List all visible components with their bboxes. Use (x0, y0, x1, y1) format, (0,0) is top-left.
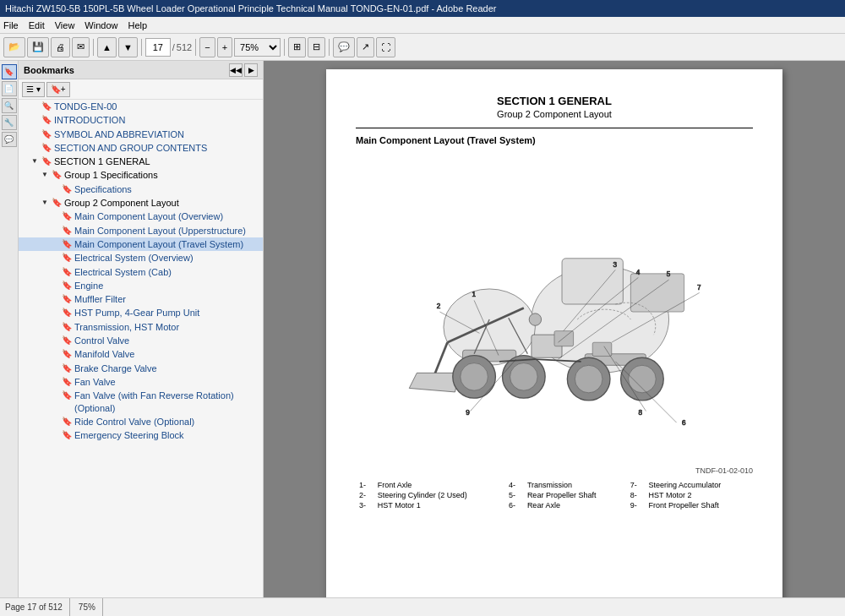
zoom-out-button[interactable]: − (199, 37, 215, 57)
open-button[interactable]: 📂 (3, 37, 25, 57)
prev-page-button[interactable]: ▲ (97, 37, 117, 57)
pages-panel-button[interactable]: 📄 (2, 81, 17, 96)
tree-item-control-valve[interactable]: 🔖 Control Valve (19, 334, 263, 347)
tree-item-section1[interactable]: ▼ 🔖 SECTION 1 GENERAL (19, 155, 263, 168)
tree-item-brake-charge[interactable]: 🔖 Brake Charge Valve (19, 362, 263, 375)
tree-item-transmission[interactable]: 🔖 Transmission, HST Motor (19, 320, 263, 334)
zoom-in-button[interactable]: + (217, 37, 232, 57)
page-number-input[interactable]: 17 (145, 38, 171, 57)
svg-text:5: 5 (667, 270, 671, 278)
status-page-info: Page 17 of 512 (5, 598, 70, 616)
legend-row-2: 2- Steering Cylinder (2 Used) 5- Rear Pr… (356, 490, 753, 500)
menu-file[interactable]: File (3, 20, 19, 30)
tools-panel-button[interactable]: 🔧 (2, 115, 17, 130)
email-button[interactable]: ✉ (72, 37, 90, 57)
expand-icon (49, 293, 61, 305)
title-bar: Hitachi ZW150-5B 150PL-5B Wheel Loader O… (0, 0, 845, 17)
svg-text:1: 1 (472, 291, 476, 298)
tree-item-tondg[interactable]: 🔖 TONDG-EN-00 (19, 100, 263, 113)
svg-point-13 (510, 363, 538, 391)
tree-item-hst-pump[interactable]: 🔖 HST Pump, 4-Gear Pump Unit (19, 306, 263, 319)
menu-help[interactable]: Help (128, 20, 147, 30)
expand-icon (49, 335, 61, 346)
tree-container[interactable]: 🔖 TONDG-EN-00 🔖 INTRODUCTION 🔖 SYMBOL AN… (19, 100, 263, 597)
menu-view[interactable]: View (55, 20, 75, 30)
tree-label: SECTION AND GROUP CONTENTS (54, 142, 263, 154)
tree-label: Fan Valve (with Fan Reverse Rotation)(Op… (74, 390, 263, 414)
menu-window[interactable]: Window (84, 20, 117, 30)
tree-item-main-overview[interactable]: 🔖 Main Component Layout (Overview) (19, 210, 263, 223)
pdf-page: SECTION 1 GENERAL Group 2 Component Layo… (326, 69, 782, 597)
tree-item-specifications[interactable]: 🔖 Specifications (19, 183, 263, 196)
tree-item-fan-valve[interactable]: 🔖 Fan Valve (19, 375, 263, 389)
tree-item-ride-control[interactable]: 🔖 Ride Control Valve (Optional) (19, 415, 263, 428)
tree-item-elec-overview[interactable]: 🔖 Electrical System (Overview) (19, 251, 263, 264)
svg-rect-22 (592, 342, 612, 356)
bookmark-icon: 🔖 (51, 197, 63, 209)
bookmark-icon: 🔖 (61, 416, 73, 428)
svg-point-7 (529, 313, 541, 325)
tree-label: Main Component Layout (Upperstructure) (74, 225, 263, 237)
bookmarks-panel-button[interactable]: 🔖 (2, 64, 17, 79)
fullscreen-button[interactable]: ⛶ (376, 37, 395, 57)
tree-label: Emergency Steering Block (74, 429, 263, 441)
legend-row-1: 1- Front Axle 4- Transmission 7- Steerin… (356, 480, 753, 490)
tree-item-elec-cab[interactable]: 🔖 Electrical System (Cab) (19, 265, 263, 279)
tree-label: TONDG-EN-00 (54, 101, 263, 112)
legend-label-8: HST Motor 2 (646, 490, 753, 500)
status-bar: Page 17 of 512 75% (0, 597, 845, 616)
bookmark-icon: 🔖 (41, 142, 52, 154)
bookmark-icon: 🔖 (61, 183, 73, 195)
fit-page-button[interactable]: ⊟ (308, 37, 325, 57)
tree-item-section-group-contents[interactable]: 🔖 SECTION AND GROUP CONTENTS (19, 141, 263, 155)
tree-item-symbol[interactable]: 🔖 SYMBOL AND ABBREVIATION (19, 128, 263, 141)
legend-num-5: 5- (505, 490, 524, 500)
tree-label: HST Pump, 4-Gear Pump Unit (74, 307, 263, 319)
sidebar-toolbar: ☰ ▾ 🔖+ (19, 79, 263, 100)
comments-panel-button[interactable]: 💬 (2, 132, 17, 147)
expand-icon (29, 142, 41, 154)
tree-item-group2-layout[interactable]: ▼ 🔖 Group 2 Component Layout (19, 196, 263, 210)
tree-item-engine[interactable]: 🔖 Engine (19, 279, 263, 292)
tree-label: Fan Valve (74, 376, 263, 388)
tree-item-intro[interactable]: 🔖 INTRODUCTION (19, 113, 263, 127)
share-button[interactable]: ↗ (357, 37, 374, 57)
expand-icon: ▼ (39, 197, 51, 209)
menu-edit[interactable]: Edit (29, 20, 45, 30)
tree-item-muffler[interactable]: 🔖 Muffler Filter (19, 292, 263, 306)
tree-item-manifold-valve[interactable]: 🔖 Manifold Valve (19, 347, 263, 361)
section-title: SECTION 1 GENERAL (356, 95, 753, 107)
expand-panel-button[interactable]: ▶ (244, 63, 258, 77)
tree-item-main-travel[interactable]: 🔖 Main Component Layout (Travel System) (19, 237, 263, 251)
search-panel-button[interactable]: 🔍 (2, 98, 17, 113)
svg-point-17 (629, 365, 657, 393)
svg-text:6: 6 (682, 419, 686, 427)
legend-label-4: Transmission (524, 480, 627, 490)
tree-label: Manifold Valve (74, 348, 263, 360)
sidebar-options-button[interactable]: ☰ ▾ (22, 82, 45, 97)
collapse-panel-button[interactable]: ◀◀ (229, 63, 243, 77)
bookmark-icon: 🔖 (61, 390, 73, 401)
print-button[interactable]: 🖨 (51, 37, 70, 57)
expand-icon (29, 114, 41, 126)
svg-text:3: 3 (613, 261, 618, 269)
save-button[interactable]: 💾 (27, 37, 49, 57)
tree-item-fan-valve-reverse[interactable]: 🔖 Fan Valve (with Fan Reverse Rotation)(… (19, 389, 263, 415)
fit-width-button[interactable]: ⊞ (288, 37, 306, 57)
sep5 (329, 39, 330, 56)
next-page-button[interactable]: ▼ (118, 37, 138, 57)
tree-item-group1-specs[interactable]: ▼ 🔖 Group 1 Specifications (19, 168, 263, 182)
pdf-area[interactable]: SECTION 1 GENERAL Group 2 Component Layo… (264, 61, 845, 597)
expand-icon (49, 363, 61, 374)
tree-item-main-upper[interactable]: 🔖 Main Component Layout (Upperstructure) (19, 224, 263, 237)
section-divider (356, 128, 753, 128)
legend-num-8: 8- (627, 490, 646, 500)
tree-label: Engine (74, 280, 263, 292)
expand-icon (49, 225, 61, 237)
sidebar-add-button[interactable]: 🔖+ (46, 82, 70, 97)
comment-button[interactable]: 💬 (333, 37, 355, 57)
expand-icon (49, 390, 61, 401)
expand-icon (49, 252, 61, 264)
tree-item-emergency-steering[interactable]: 🔖 Emergency Steering Block (19, 428, 263, 442)
zoom-select[interactable]: 50% 75% 100% 125% 150% (234, 38, 281, 57)
